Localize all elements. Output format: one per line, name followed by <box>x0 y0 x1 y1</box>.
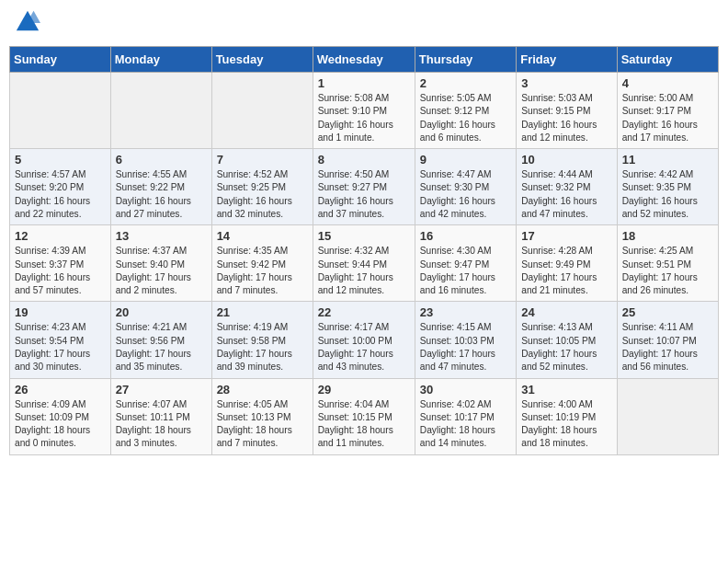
day-info: Sunrise: 4:42 AM Sunset: 9:35 PM Dayligh… <box>622 168 713 221</box>
day-number: 2 <box>420 76 511 90</box>
day-number: 5 <box>15 153 106 167</box>
calendar-cell: 10Sunrise: 4:44 AM Sunset: 9:32 PM Dayli… <box>517 149 617 225</box>
day-info: Sunrise: 4:07 AM Sunset: 10:11 PM Daylig… <box>116 398 207 451</box>
calendar-cell: 14Sunrise: 4:35 AM Sunset: 9:42 PM Dayli… <box>211 225 313 302</box>
weekday-header-saturday: Saturday <box>617 47 718 73</box>
calendar-cell: 2Sunrise: 5:05 AM Sunset: 9:12 PM Daylig… <box>415 73 516 149</box>
calendar-cell: 25Sunrise: 4:11 AM Sunset: 10:07 PM Dayl… <box>617 302 718 378</box>
calendar-cell: 11Sunrise: 4:42 AM Sunset: 9:35 PM Dayli… <box>617 149 718 225</box>
calendar-cell: 29Sunrise: 4:04 AM Sunset: 10:15 PM Dayl… <box>313 378 415 454</box>
logo <box>13 9 40 39</box>
calendar-week-1: 1Sunrise: 5:08 AM Sunset: 9:10 PM Daylig… <box>10 73 719 149</box>
calendar-cell: 12Sunrise: 4:39 AM Sunset: 9:37 PM Dayli… <box>10 225 111 302</box>
day-number: 18 <box>622 229 713 243</box>
weekday-header-thursday: Thursday <box>415 47 516 73</box>
calendar-cell: 3Sunrise: 5:03 AM Sunset: 9:15 PM Daylig… <box>517 73 617 149</box>
day-info: Sunrise: 4:52 AM Sunset: 9:25 PM Dayligh… <box>217 168 308 221</box>
day-number: 28 <box>217 383 308 396</box>
day-info: Sunrise: 4:37 AM Sunset: 9:40 PM Dayligh… <box>116 245 207 297</box>
day-number: 25 <box>622 305 713 319</box>
calendar-cell: 30Sunrise: 4:02 AM Sunset: 10:17 PM Dayl… <box>415 378 516 454</box>
calendar-cell: 4Sunrise: 5:00 AM Sunset: 9:17 PM Daylig… <box>617 73 718 149</box>
calendar-cell: 9Sunrise: 4:47 AM Sunset: 9:30 PM Daylig… <box>415 149 516 225</box>
calendar-cell: 6Sunrise: 4:55 AM Sunset: 9:22 PM Daylig… <box>110 149 211 225</box>
day-number: 20 <box>116 305 207 319</box>
weekday-header-monday: Monday <box>110 47 211 73</box>
day-info: Sunrise: 5:05 AM Sunset: 9:12 PM Dayligh… <box>420 92 511 144</box>
day-info: Sunrise: 4:28 AM Sunset: 9:49 PM Dayligh… <box>521 245 611 297</box>
calendar-cell <box>617 378 718 454</box>
day-info: Sunrise: 5:08 AM Sunset: 9:10 PM Dayligh… <box>318 92 410 144</box>
day-info: Sunrise: 4:05 AM Sunset: 10:13 PM Daylig… <box>217 398 308 451</box>
day-info: Sunrise: 4:50 AM Sunset: 9:27 PM Dayligh… <box>318 168 410 221</box>
calendar-cell: 8Sunrise: 4:50 AM Sunset: 9:27 PM Daylig… <box>313 149 415 225</box>
calendar-cell: 15Sunrise: 4:32 AM Sunset: 9:44 PM Dayli… <box>313 225 415 302</box>
calendar-cell: 28Sunrise: 4:05 AM Sunset: 10:13 PM Dayl… <box>211 378 313 454</box>
day-number: 24 <box>521 305 611 319</box>
day-number: 9 <box>420 153 511 167</box>
calendar-cell: 22Sunrise: 4:17 AM Sunset: 10:00 PM Dayl… <box>313 302 415 378</box>
day-info: Sunrise: 4:04 AM Sunset: 10:15 PM Daylig… <box>318 398 410 451</box>
day-info: Sunrise: 4:55 AM Sunset: 9:22 PM Dayligh… <box>116 168 207 221</box>
day-number: 14 <box>217 229 308 243</box>
day-info: Sunrise: 4:19 AM Sunset: 9:58 PM Dayligh… <box>217 321 308 373</box>
day-number: 1 <box>318 76 410 90</box>
day-number: 31 <box>521 383 611 396</box>
calendar-cell: 17Sunrise: 4:28 AM Sunset: 9:49 PM Dayli… <box>517 225 617 302</box>
calendar-cell: 21Sunrise: 4:19 AM Sunset: 9:58 PM Dayli… <box>211 302 313 378</box>
day-number: 8 <box>318 153 410 167</box>
calendar-cell: 23Sunrise: 4:15 AM Sunset: 10:03 PM Dayl… <box>415 302 516 378</box>
calendar-cell: 7Sunrise: 4:52 AM Sunset: 9:25 PM Daylig… <box>211 149 313 225</box>
day-number: 17 <box>521 229 611 243</box>
calendar-cell: 16Sunrise: 4:30 AM Sunset: 9:47 PM Dayli… <box>415 225 516 302</box>
calendar-cell: 20Sunrise: 4:21 AM Sunset: 9:56 PM Dayli… <box>110 302 211 378</box>
day-number: 7 <box>217 153 308 167</box>
calendar-cell: 18Sunrise: 4:25 AM Sunset: 9:51 PM Dayli… <box>617 225 718 302</box>
day-number: 4 <box>622 76 713 90</box>
day-info: Sunrise: 4:13 AM Sunset: 10:05 PM Daylig… <box>521 321 611 373</box>
day-info: Sunrise: 4:11 AM Sunset: 10:07 PM Daylig… <box>622 321 713 373</box>
day-number: 27 <box>116 383 207 396</box>
calendar-cell <box>211 73 313 149</box>
day-info: Sunrise: 4:17 AM Sunset: 10:00 PM Daylig… <box>318 321 410 373</box>
day-number: 11 <box>622 153 713 167</box>
calendar-cell: 1Sunrise: 5:08 AM Sunset: 9:10 PM Daylig… <box>313 73 415 149</box>
calendar-cell: 31Sunrise: 4:00 AM Sunset: 10:19 PM Dayl… <box>517 378 617 454</box>
calendar-week-3: 12Sunrise: 4:39 AM Sunset: 9:37 PM Dayli… <box>10 225 719 302</box>
calendar-week-4: 19Sunrise: 4:23 AM Sunset: 9:54 PM Dayli… <box>10 302 719 378</box>
calendar-cell: 27Sunrise: 4:07 AM Sunset: 10:11 PM Dayl… <box>110 378 211 454</box>
day-info: Sunrise: 5:00 AM Sunset: 9:17 PM Dayligh… <box>622 92 713 144</box>
day-number: 23 <box>420 305 511 319</box>
day-number: 19 <box>15 305 106 319</box>
calendar-cell: 5Sunrise: 4:57 AM Sunset: 9:20 PM Daylig… <box>10 149 111 225</box>
day-info: Sunrise: 4:00 AM Sunset: 10:19 PM Daylig… <box>521 398 611 451</box>
calendar-cell: 19Sunrise: 4:23 AM Sunset: 9:54 PM Dayli… <box>10 302 111 378</box>
day-number: 13 <box>116 229 207 243</box>
day-info: Sunrise: 4:32 AM Sunset: 9:44 PM Dayligh… <box>318 245 410 297</box>
day-number: 12 <box>15 229 106 243</box>
day-info: Sunrise: 4:02 AM Sunset: 10:17 PM Daylig… <box>420 398 511 451</box>
calendar-week-5: 26Sunrise: 4:09 AM Sunset: 10:09 PM Dayl… <box>10 378 719 454</box>
weekday-header-row: SundayMondayTuesdayWednesdayThursdayFrid… <box>10 47 719 73</box>
day-number: 30 <box>420 383 511 396</box>
page-header <box>9 9 719 39</box>
day-number: 16 <box>420 229 511 243</box>
day-info: Sunrise: 4:39 AM Sunset: 9:37 PM Dayligh… <box>15 245 106 297</box>
weekday-header-tuesday: Tuesday <box>211 47 313 73</box>
calendar-cell <box>10 73 111 149</box>
day-number: 26 <box>15 383 106 396</box>
calendar-cell: 13Sunrise: 4:37 AM Sunset: 9:40 PM Dayli… <box>110 225 211 302</box>
day-info: Sunrise: 4:09 AM Sunset: 10:09 PM Daylig… <box>15 398 106 451</box>
day-info: Sunrise: 4:15 AM Sunset: 10:03 PM Daylig… <box>420 321 511 373</box>
day-info: Sunrise: 4:57 AM Sunset: 9:20 PM Dayligh… <box>15 168 106 221</box>
day-info: Sunrise: 5:03 AM Sunset: 9:15 PM Dayligh… <box>521 92 611 144</box>
weekday-header-friday: Friday <box>517 47 617 73</box>
calendar-cell <box>110 73 211 149</box>
weekday-header-wednesday: Wednesday <box>313 47 415 73</box>
day-number: 3 <box>521 76 611 90</box>
day-info: Sunrise: 4:44 AM Sunset: 9:32 PM Dayligh… <box>521 168 611 221</box>
day-info: Sunrise: 4:47 AM Sunset: 9:30 PM Dayligh… <box>420 168 511 221</box>
day-info: Sunrise: 4:35 AM Sunset: 9:42 PM Dayligh… <box>217 245 308 297</box>
weekday-header-sunday: Sunday <box>10 47 111 73</box>
day-info: Sunrise: 4:25 AM Sunset: 9:51 PM Dayligh… <box>622 245 713 297</box>
